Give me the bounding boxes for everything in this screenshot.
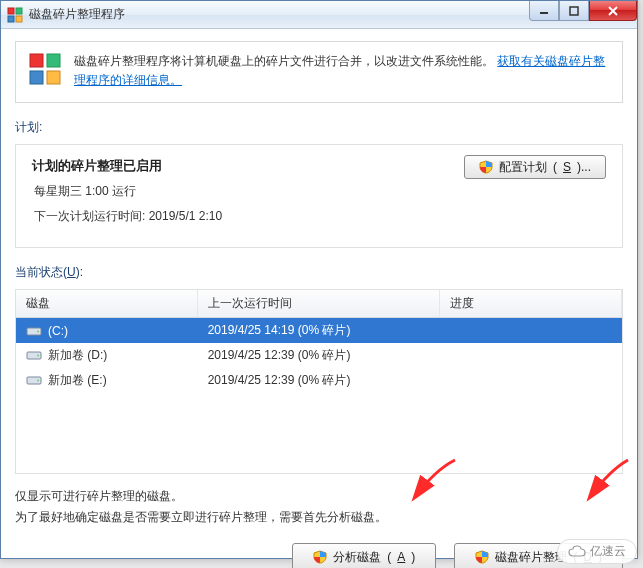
configure-schedule-button[interactable]: 配置计划(S)... <box>464 155 606 179</box>
progress-cell <box>440 318 622 344</box>
progress-cell <box>440 368 622 393</box>
watermark: 亿速云 <box>557 539 637 564</box>
svg-rect-5 <box>570 7 578 15</box>
titlebar[interactable]: 磁盘碎片整理程序 <box>1 1 637 29</box>
svg-point-17 <box>37 380 39 382</box>
drive-icon <box>26 324 42 337</box>
maximize-button[interactable] <box>559 1 589 21</box>
defrag-large-icon <box>28 52 62 86</box>
info-description: 磁盘碎片整理程序将计算机硬盘上的碎片文件进行合并，以改进文件系统性能。 <box>74 54 494 68</box>
shield-icon <box>479 160 493 174</box>
close-button[interactable] <box>589 1 637 21</box>
window-title: 磁盘碎片整理程序 <box>29 6 125 23</box>
defrag-icon <box>7 7 23 23</box>
cloud-icon <box>568 545 586 559</box>
shield-icon <box>313 550 327 564</box>
svg-rect-3 <box>16 16 22 22</box>
disk-list-panel: 磁盘 上一次运行时间 进度 (C:)2019/4/25 14:19 (0% 碎片… <box>15 289 623 474</box>
svg-rect-2 <box>8 16 14 22</box>
schedule-next-run: 下一次计划运行时间: 2019/5/1 2:10 <box>34 208 606 225</box>
svg-rect-10 <box>30 71 43 84</box>
shield-icon <box>475 550 489 564</box>
col-disk[interactable]: 磁盘 <box>16 290 198 318</box>
action-buttons: 分析磁盘(A) 磁盘碎片整理(D) <box>15 543 623 568</box>
note-line-1: 仅显示可进行碎片整理的磁盘。 <box>15 486 623 506</box>
table-row[interactable]: 新加卷 (D:)2019/4/25 12:39 (0% 碎片) <box>16 343 622 368</box>
info-text: 磁盘碎片整理程序将计算机硬盘上的碎片文件进行合并，以改进文件系统性能。 获取有关… <box>74 52 610 90</box>
table-row[interactable]: (C:)2019/4/25 14:19 (0% 碎片) <box>16 318 622 344</box>
content-area: 磁盘碎片整理程序将计算机硬盘上的碎片文件进行合并，以改进文件系统性能。 获取有关… <box>1 29 637 568</box>
svg-rect-8 <box>30 54 43 67</box>
svg-point-15 <box>37 355 39 357</box>
disk-cell: 新加卷 (E:) <box>16 368 198 393</box>
analyze-disk-button[interactable]: 分析磁盘(A) <box>292 543 436 568</box>
window-buttons <box>529 1 637 21</box>
notes: 仅显示可进行碎片整理的磁盘。 为了最好地确定磁盘是否需要立即进行碎片整理，需要首… <box>15 486 623 527</box>
col-lastrun[interactable]: 上一次运行时间 <box>198 290 440 318</box>
svg-rect-1 <box>16 8 22 14</box>
svg-rect-11 <box>47 71 60 84</box>
drive-icon <box>26 373 42 386</box>
table-row[interactable]: 新加卷 (E:)2019/4/25 12:39 (0% 碎片) <box>16 368 622 393</box>
lastrun-cell: 2019/4/25 12:39 (0% 碎片) <box>198 368 440 393</box>
schedule-panel: 计划的碎片整理已启用 每星期三 1:00 运行 下一次计划运行时间: 2019/… <box>15 144 623 248</box>
disk-table: 磁盘 上一次运行时间 进度 (C:)2019/4/25 14:19 (0% 碎片… <box>16 290 622 393</box>
drive-icon <box>26 348 42 361</box>
watermark-text: 亿速云 <box>590 543 626 560</box>
col-progress[interactable]: 进度 <box>440 290 622 318</box>
note-line-2: 为了最好地确定磁盘是否需要立即进行碎片整理，需要首先分析磁盘。 <box>15 507 623 527</box>
lastrun-cell: 2019/4/25 14:19 (0% 碎片) <box>198 318 440 344</box>
schedule-recurrence: 每星期三 1:00 运行 <box>34 183 606 200</box>
svg-rect-0 <box>8 8 14 14</box>
table-empty-area <box>16 393 622 473</box>
window-frame: 磁盘碎片整理程序 磁盘碎片整理程序将计算机硬盘上的碎片文件进行合并，以改进文件系… <box>0 0 638 559</box>
minimize-button[interactable] <box>529 1 559 21</box>
svg-point-13 <box>37 330 39 332</box>
lastrun-cell: 2019/4/25 12:39 (0% 碎片) <box>198 343 440 368</box>
disk-cell: 新加卷 (D:) <box>16 343 198 368</box>
svg-rect-9 <box>47 54 60 67</box>
progress-cell <box>440 343 622 368</box>
info-panel: 磁盘碎片整理程序将计算机硬盘上的碎片文件进行合并，以改进文件系统性能。 获取有关… <box>15 41 623 103</box>
status-label: 当前状态(U): <box>15 264 623 281</box>
disk-cell: (C:) <box>16 318 198 344</box>
schedule-label: 计划: <box>15 119 623 136</box>
